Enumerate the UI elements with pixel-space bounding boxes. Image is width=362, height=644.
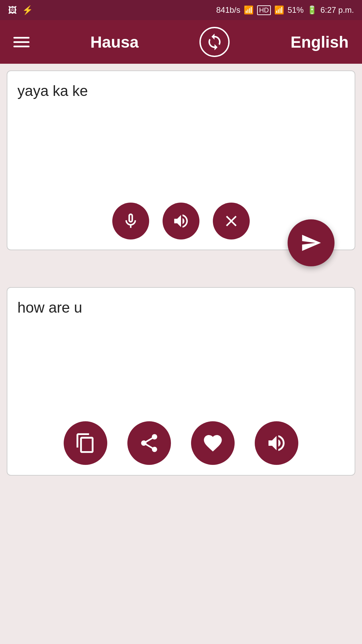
hamburger-line-3 xyxy=(13,46,29,47)
source-input-panel: yaya ka ke xyxy=(7,70,355,250)
status-bar-right: 841b/s 📶 HD 📶 51% 🔋 6:27 p.m. xyxy=(216,5,354,15)
speak-source-button[interactable] xyxy=(163,203,199,239)
source-text-input[interactable]: yaya ka ke xyxy=(17,80,345,195)
app-header: Hausa English xyxy=(0,20,362,64)
target-language-label[interactable]: English xyxy=(291,33,349,51)
signal-icon: 📶 xyxy=(274,5,284,15)
share-icon xyxy=(138,432,160,454)
speaker-output-icon xyxy=(266,432,287,454)
battery-level: 51% xyxy=(288,5,304,15)
hamburger-line-1 xyxy=(13,37,29,39)
battery-icon: 🔋 xyxy=(307,5,317,15)
time-display: 6:27 p.m. xyxy=(320,5,354,15)
copy-icon xyxy=(75,432,96,454)
usb-icon: ⚡ xyxy=(22,5,33,15)
menu-button[interactable] xyxy=(13,37,29,47)
swap-icon xyxy=(205,33,224,51)
status-bar: 🖼 ⚡ 841b/s 📶 HD 📶 51% 🔋 6:27 p.m. xyxy=(0,0,362,20)
output-panel: how are u xyxy=(7,287,355,476)
network-speed: 841b/s xyxy=(216,5,240,15)
clear-source-button[interactable] xyxy=(213,203,250,239)
share-button[interactable] xyxy=(127,421,171,465)
send-icon xyxy=(300,232,322,254)
wifi-icon: 📶 xyxy=(244,5,254,15)
microphone-icon xyxy=(122,212,140,230)
hd-badge: HD xyxy=(257,5,271,15)
copy-button[interactable] xyxy=(64,421,107,465)
image-icon: 🖼 xyxy=(8,5,17,15)
heart-icon xyxy=(202,432,224,454)
translated-text: how are u xyxy=(17,297,345,411)
status-bar-left: 🖼 ⚡ xyxy=(8,5,33,15)
main-content: yaya ka ke xyxy=(0,64,362,644)
source-language-label[interactable]: Hausa xyxy=(90,33,139,51)
speak-output-button[interactable] xyxy=(255,421,298,465)
swap-languages-button[interactable] xyxy=(199,27,230,57)
microphone-button[interactable] xyxy=(112,203,149,239)
hamburger-line-2 xyxy=(13,41,29,43)
favorite-button[interactable] xyxy=(191,421,235,465)
speaker-icon xyxy=(172,212,190,230)
output-action-buttons xyxy=(17,421,345,465)
translate-button[interactable] xyxy=(288,219,335,266)
close-icon xyxy=(222,212,240,230)
